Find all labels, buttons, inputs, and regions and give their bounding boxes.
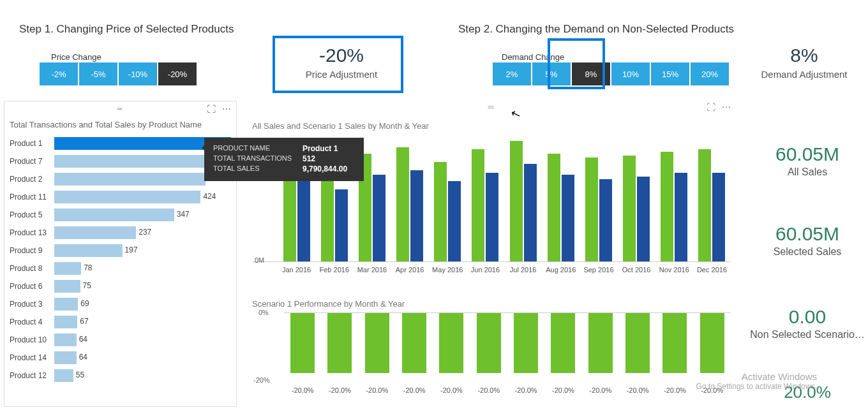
month-label: Nov 2016 bbox=[655, 266, 693, 274]
product-row-bar bbox=[54, 298, 78, 311]
product-row-bar bbox=[54, 191, 200, 203]
product-row-value: 67 bbox=[80, 317, 88, 326]
month-group[interactable] bbox=[467, 135, 504, 261]
product-row-bar bbox=[54, 173, 206, 186]
more-options-icon[interactable]: ⋯ bbox=[722, 102, 731, 112]
perf-col[interactable] bbox=[396, 312, 433, 373]
demand-option-5[interactable]: 5% bbox=[532, 62, 571, 85]
perf-col[interactable] bbox=[359, 312, 396, 373]
selected-sales-value: 60.05M bbox=[753, 223, 862, 245]
all-sales-bar bbox=[698, 149, 711, 261]
month-group[interactable] bbox=[618, 135, 655, 261]
price-option-20[interactable]: -20% bbox=[158, 62, 197, 85]
month-group[interactable] bbox=[391, 135, 429, 261]
perf-col[interactable] bbox=[582, 312, 619, 373]
product-row-value: 55 bbox=[76, 370, 84, 379]
product-row[interactable]: Product 467 bbox=[10, 313, 231, 331]
product-row[interactable]: Product 1064 bbox=[10, 331, 231, 349]
product-row-value: 69 bbox=[80, 299, 89, 308]
price-adjustment-value: -20% bbox=[281, 45, 402, 66]
scenario1-bar bbox=[712, 173, 725, 261]
more-options-icon[interactable]: ⋯ bbox=[222, 104, 231, 114]
product-row-value: 197 bbox=[125, 245, 138, 254]
month-label: Aug 2016 bbox=[542, 266, 580, 274]
month-group[interactable] bbox=[580, 135, 617, 261]
perf-col[interactable] bbox=[284, 312, 321, 373]
perf-label: -20.0% bbox=[284, 386, 321, 394]
card-toolbar: ⛶ ⋯ bbox=[203, 104, 231, 114]
month-group[interactable] bbox=[693, 135, 731, 261]
product-row[interactable]: Product 1464 bbox=[10, 349, 231, 367]
month-group[interactable] bbox=[429, 135, 467, 261]
demand-option-20[interactable]: 20% bbox=[691, 62, 729, 85]
demand-option-15[interactable]: 15% bbox=[651, 62, 689, 85]
perf-col[interactable] bbox=[694, 312, 731, 373]
product-row[interactable]: Product 1255 bbox=[10, 367, 231, 384]
product-row[interactable]: Product 369 bbox=[10, 295, 231, 313]
perf-chart-y0: 0% bbox=[258, 309, 269, 316]
product-row[interactable]: Product 9197 bbox=[10, 242, 231, 260]
product-row-bar bbox=[54, 316, 77, 328]
month-group[interactable] bbox=[504, 135, 542, 261]
demand-adjustment-caption: Demand Adjustment bbox=[753, 69, 855, 80]
scenario1-bar bbox=[675, 173, 687, 261]
perf-label: -20.0% bbox=[507, 386, 544, 394]
perf-label: -20.0% bbox=[544, 386, 581, 394]
perf-col[interactable] bbox=[656, 312, 693, 373]
product-row-value: 237 bbox=[138, 228, 151, 237]
perf-col[interactable] bbox=[470, 312, 507, 373]
focus-mode-icon[interactable]: ⛶ bbox=[207, 104, 216, 114]
product-row[interactable]: Product 7 bbox=[10, 152, 231, 170]
product-row[interactable]: Product 2438 bbox=[10, 170, 231, 188]
focus-mode-icon[interactable]: ⛶ bbox=[707, 102, 715, 112]
card-grip-icon[interactable]: ═ bbox=[10, 105, 231, 112]
product-row[interactable]: Product 675 bbox=[10, 277, 231, 295]
product-row[interactable]: Product 878 bbox=[10, 260, 231, 277]
demand-option-2[interactable]: 2% bbox=[493, 62, 531, 85]
product-row-value: 64 bbox=[79, 353, 87, 362]
perf-bar bbox=[290, 312, 315, 373]
perf-bar bbox=[477, 312, 501, 373]
product-row[interactable]: Product 13237 bbox=[10, 224, 231, 242]
perf-col[interactable] bbox=[507, 312, 544, 373]
price-option-2[interactable]: -2% bbox=[40, 62, 78, 85]
all-sales-caption: All Sales bbox=[753, 166, 862, 178]
price-option-5[interactable]: -5% bbox=[79, 62, 117, 85]
perf-bar bbox=[662, 312, 687, 373]
product-row-bar bbox=[54, 333, 77, 346]
product-row[interactable]: Product 5347 bbox=[10, 206, 231, 224]
all-sales-bar bbox=[434, 162, 447, 261]
perf-label: -20.0% bbox=[433, 386, 470, 394]
perf-col[interactable] bbox=[619, 312, 656, 373]
month-label: Dec 2016 bbox=[693, 266, 731, 274]
selected-sales-kpi: 60.05M Selected Sales bbox=[753, 223, 862, 258]
all-sales-bar bbox=[321, 170, 334, 261]
price-option-10[interactable]: -10% bbox=[119, 62, 157, 85]
product-row-label: Product 4 bbox=[10, 318, 54, 326]
product-row-label: Product 2 bbox=[10, 175, 54, 184]
mid-toolbar: ⛶ ⋯ bbox=[703, 102, 731, 112]
all-sales-bar bbox=[396, 147, 409, 261]
perf-bar bbox=[514, 312, 538, 373]
month-group[interactable] bbox=[542, 135, 580, 261]
demand-option-8[interactable]: 8% bbox=[572, 62, 610, 85]
demand-option-10[interactable]: 10% bbox=[611, 62, 650, 85]
perf-col[interactable] bbox=[544, 312, 581, 373]
month-group[interactable] bbox=[655, 135, 693, 261]
perf-chart[interactable]: 0% -20% bbox=[252, 312, 731, 383]
scenario1-bar bbox=[524, 164, 537, 261]
perf-col[interactable] bbox=[433, 312, 470, 373]
perf-label: -20.0% bbox=[321, 386, 358, 394]
product-row-value: 75 bbox=[83, 281, 91, 290]
watermark-sub: Go to Settings to activate Windows. bbox=[696, 382, 817, 391]
product-row[interactable]: Product 11424 bbox=[10, 188, 231, 206]
perf-chart-labels: -20.0%-20.0%-20.0%-20.0%-20.0%-20.0%-20.… bbox=[252, 386, 731, 394]
mid-grip-icon[interactable]: ═ bbox=[252, 102, 731, 112]
tooltip-key-sales: Total Sales bbox=[213, 165, 303, 173]
tooltip-key-product: Product Name bbox=[213, 144, 303, 153]
month-label: Oct 2016 bbox=[618, 266, 655, 274]
perf-bar bbox=[365, 312, 389, 373]
scenario1-bar bbox=[373, 175, 385, 261]
perf-col[interactable] bbox=[321, 312, 358, 373]
perf-bar bbox=[551, 312, 575, 373]
